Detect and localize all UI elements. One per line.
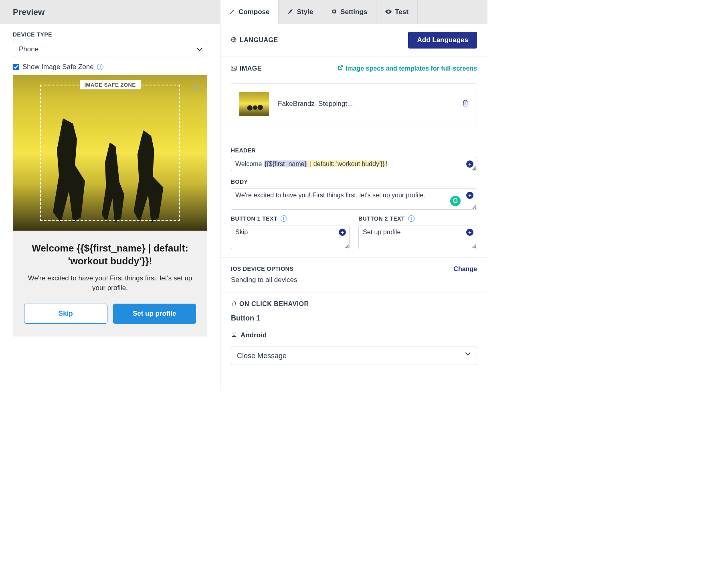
editor-panel: Compose Style Settings Test <box>220 0 487 391</box>
svg-point-4 <box>235 335 235 335</box>
image-thumbnail[interactable] <box>239 92 269 116</box>
button1-text-label: BUTTON 1 TEXT i <box>231 215 350 222</box>
resize-handle[interactable] <box>472 205 476 209</box>
svg-point-3 <box>233 335 233 335</box>
image-section: IMAGE Image specs and templates for full… <box>220 57 487 139</box>
image-safe-zone-box: IMAGE SAFE ZONE <box>40 85 180 221</box>
button2-text-input[interactable]: Set up profile + <box>358 225 477 249</box>
eye-icon <box>385 8 392 15</box>
brush-icon <box>287 8 293 16</box>
tab-test[interactable]: Test <box>376 0 418 24</box>
click-behavior-section: ON CLICK BEHAVIOR Button 1 Android Close… <box>220 292 487 373</box>
language-section: LANGUAGE Add Languages <box>220 24 487 57</box>
ios-change-link[interactable]: Change <box>453 266 477 273</box>
grammarly-icon[interactable]: G <box>450 196 461 206</box>
image-title: IMAGE <box>231 65 262 72</box>
globe-icon <box>231 37 237 44</box>
tab-bar: Compose Style Settings Test <box>220 0 487 24</box>
image-icon <box>231 65 237 72</box>
liquid-variable-token: {{${first_name} <box>264 160 307 167</box>
info-icon[interactable]: i <box>281 215 287 222</box>
click-behavior-title: ON CLICK BEHAVIOR <box>231 300 477 308</box>
compose-fields-section: HEADER Welcome {{${first_name} | default… <box>220 139 487 258</box>
pointer-icon <box>231 300 236 308</box>
button2-text-label: BUTTON 2 TEXT i <box>358 215 477 222</box>
on-click-select[interactable]: Close Message <box>231 347 477 365</box>
body-input[interactable]: We're excited to have you! First things … <box>231 188 477 210</box>
tab-style[interactable]: Style <box>279 0 322 24</box>
add-personalization-button[interactable]: + <box>466 160 473 168</box>
ios-options-title: IOS DEVICE OPTIONS <box>231 266 297 272</box>
pencil-icon <box>229 8 235 16</box>
image-filename: FakeBrandz_Steppingt... <box>278 100 453 108</box>
safe-zone-checkbox[interactable] <box>13 64 19 70</box>
add-personalization-button[interactable]: + <box>466 229 473 236</box>
trash-icon[interactable] <box>462 99 469 109</box>
preview-panel: Preview DEVICE TYPE Phone Show Image Saf… <box>0 0 220 391</box>
external-link-icon <box>338 65 343 72</box>
preview-body-text: We're excited to have you! First things … <box>24 274 196 293</box>
add-personalization-button[interactable]: + <box>339 229 346 236</box>
preview-button-skip[interactable]: Skip <box>24 304 107 324</box>
close-icon[interactable] <box>192 82 200 93</box>
gear-icon <box>331 8 337 16</box>
safe-zone-checkbox-label: Show Image Safe Zone <box>22 63 94 71</box>
header-input[interactable]: Welcome {{${first_name} | default: 'work… <box>231 157 477 171</box>
phone-preview: IMAGE SAFE ZONE Welcome {{${first_name} … <box>13 75 207 337</box>
ios-options-section: IOS DEVICE OPTIONS Sending to all device… <box>220 258 487 292</box>
resize-handle[interactable] <box>344 244 348 248</box>
resize-handle[interactable] <box>472 244 476 248</box>
info-icon[interactable]: i <box>97 64 103 70</box>
device-type-label: DEVICE TYPE <box>13 31 207 38</box>
header-field-label: HEADER <box>231 147 477 154</box>
add-personalization-button[interactable]: + <box>466 192 473 199</box>
safe-zone-checkbox-row[interactable]: Show Image Safe Zone i <box>13 63 207 71</box>
svg-point-2 <box>233 67 233 68</box>
tab-settings[interactable]: Settings <box>322 0 376 24</box>
preview-image: IMAGE SAFE ZONE <box>13 75 207 231</box>
android-row: Android <box>231 331 477 339</box>
preview-title: Preview <box>0 0 220 24</box>
safe-zone-label: IMAGE SAFE ZONE <box>79 80 140 89</box>
tab-compose[interactable]: Compose <box>220 0 279 24</box>
android-icon <box>231 331 237 339</box>
preview-button-setup[interactable]: Set up profile <box>113 304 196 324</box>
image-upload-card: FakeBrandz_Steppingt... <box>231 83 477 124</box>
add-languages-button[interactable]: Add Languages <box>408 32 477 49</box>
ios-status-text: Sending to all devices <box>231 276 297 284</box>
language-title: LANGUAGE <box>231 36 278 44</box>
body-field-label: BODY <box>231 178 477 185</box>
image-specs-link[interactable]: Image specs and templates for full-scree… <box>338 65 477 72</box>
preview-header-text: Welcome {{${first_name} | default: 'work… <box>24 242 196 268</box>
info-icon[interactable]: i <box>408 215 415 222</box>
resize-handle[interactable] <box>472 166 476 170</box>
button1-text-input[interactable]: Skip + <box>231 225 350 249</box>
liquid-filter-token: | default: 'workout buddy'}} <box>307 160 386 167</box>
click-button1-label: Button 1 <box>231 314 477 322</box>
device-type-select[interactable]: Phone <box>13 41 207 57</box>
